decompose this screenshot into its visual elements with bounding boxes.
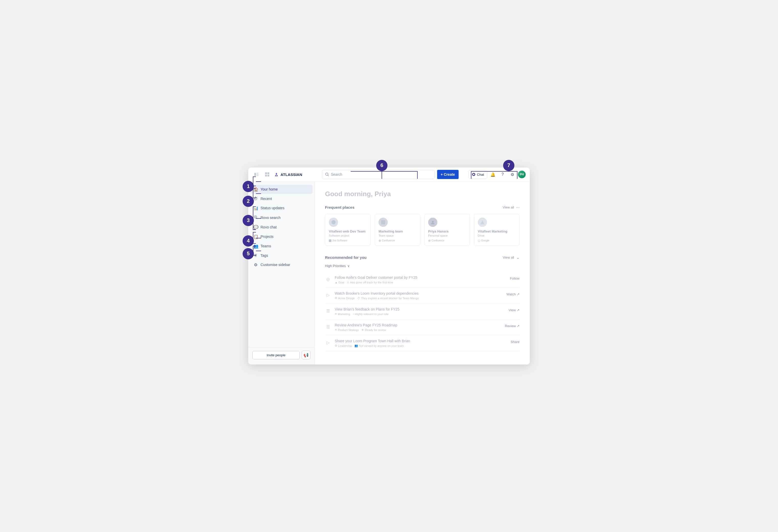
svg-rect-1 bbox=[256, 173, 258, 173]
badge-3: 3 bbox=[243, 215, 254, 226]
svg-rect-7 bbox=[267, 175, 269, 176]
grid-button[interactable] bbox=[263, 170, 271, 179]
frequent-view-all[interactable]: View all bbox=[502, 205, 514, 209]
sidebar-item-your-home[interactable]: 🏠 Your home bbox=[250, 185, 312, 194]
sidebar-item-label: Tags bbox=[260, 254, 268, 258]
rec-item-follow-goal: ◎ Follow Aoife's Goal Deliver customer p… bbox=[325, 272, 520, 288]
place-name: Vitafleet Marketing bbox=[478, 230, 516, 234]
help-button[interactable]: ? bbox=[498, 170, 507, 179]
meta-icon-2: ⚠ bbox=[347, 281, 349, 284]
app-window: ATLASSIAN Search + Create bbox=[248, 168, 530, 365]
sidebar-item-rovo-search[interactable]: Rovo search bbox=[250, 213, 312, 222]
main-content: Good morning, Priya Frequent places View… bbox=[315, 182, 530, 365]
recommended-actions: View all ⌄ bbox=[502, 255, 520, 260]
svg-rect-3 bbox=[256, 175, 258, 176]
rec-item-content: View Brian's feedback on Plans for FY25 … bbox=[335, 307, 505, 316]
recommended-title: Recommended for you bbox=[325, 255, 367, 260]
rec-item-meta: ⚙ Acme Design ⏱ They explain a recent bl… bbox=[335, 296, 503, 300]
megaphone-button[interactable]: 📢 bbox=[302, 351, 310, 359]
meta-tag-2: 👥 Not viewed by anyone on your team bbox=[355, 344, 404, 347]
meta-tag-1: ✕ Marketing bbox=[335, 312, 350, 316]
svg-rect-4 bbox=[265, 172, 267, 174]
place-tags: Confluence bbox=[428, 239, 466, 242]
priority-filter-chevron: ∨ bbox=[347, 264, 350, 268]
svg-line-9 bbox=[328, 175, 329, 176]
atlassian-logo[interactable]: ATLASSIAN bbox=[274, 172, 302, 177]
page-icon: ☰ bbox=[325, 324, 331, 330]
meta-tag-2: 👁 Ready for review bbox=[361, 329, 386, 332]
play-icon: ▷ bbox=[325, 292, 331, 298]
place-card-vitafleet-marketing[interactable]: Vitafleet Marketing Drive Google bbox=[474, 214, 520, 246]
place-type: Personal space bbox=[428, 234, 466, 237]
rec-item-title: Follow Aoife's Goal Deliver customer por… bbox=[335, 275, 506, 280]
rec-action-view[interactable]: View ↗ bbox=[509, 308, 520, 312]
meta-icon-2: ⏱ bbox=[357, 297, 360, 300]
sidebar-item-label: Projects bbox=[260, 235, 274, 239]
rec-item-view-feedback: ☰ View Brian's feedback on Plans for FY2… bbox=[325, 303, 520, 320]
sidebar-item-tags[interactable]: # Tags bbox=[250, 251, 312, 260]
frequent-places-actions: View all ··· bbox=[502, 205, 520, 210]
greeting-text: Good morning, Priya bbox=[325, 190, 520, 198]
svg-rect-0 bbox=[254, 173, 256, 176]
place-type: Team space bbox=[379, 234, 416, 237]
meta-icon-1: ✕ bbox=[335, 328, 337, 332]
svg-rect-5 bbox=[267, 172, 269, 174]
sidebar-item-teams[interactable]: 👥 Teams bbox=[250, 242, 312, 251]
rec-action-share[interactable]: Share bbox=[511, 340, 520, 344]
badge-4: 4 bbox=[243, 235, 254, 247]
rec-action-review[interactable]: Review ↗ bbox=[505, 324, 520, 328]
place-card-priya-hansra[interactable]: Priya Hansra Personal space Confluence bbox=[424, 214, 470, 246]
place-name: Marketing team bbox=[379, 230, 416, 234]
sidebar-item-label: Customise sidebar bbox=[260, 263, 290, 267]
settings-button[interactable]: ⚙ bbox=[508, 170, 517, 179]
meta-tag-2: ⏱ They explain a recent blocker for Team… bbox=[357, 297, 419, 300]
sidebar-item-label: Recent bbox=[260, 197, 272, 201]
badge-2: 2 bbox=[243, 196, 254, 207]
rec-item-title: Review Andrew's Page FY25 Roadmap bbox=[335, 323, 501, 327]
user-avatar[interactable]: PH bbox=[518, 171, 526, 178]
create-button[interactable]: + Create bbox=[437, 170, 459, 179]
sidebar-item-customise[interactable]: ⚙ Customise sidebar bbox=[250, 260, 312, 269]
rec-item-content: Share your Loom Program Town Hall with B… bbox=[335, 339, 507, 347]
invite-people-button[interactable]: Invite people bbox=[252, 351, 300, 359]
place-tags: Jira Software bbox=[329, 239, 367, 242]
rec-item-title: View Brian's feedback on Plans for FY25 bbox=[335, 307, 505, 311]
doc-icon: ☰ bbox=[325, 308, 331, 314]
sidebar-item-projects[interactable]: 📋 Projects bbox=[250, 232, 312, 241]
customise-icon: ⚙ bbox=[253, 262, 258, 267]
place-card-marketing-team[interactable]: Marketing team Team space Confluence bbox=[375, 214, 420, 246]
frequent-places-grid: Vitafleet web Dev Team Software project … bbox=[325, 214, 520, 246]
frequent-places-header: Frequent places View all ··· bbox=[325, 205, 520, 210]
recommended-view-all[interactable]: View all bbox=[502, 256, 514, 259]
outer-wrapper: 1 2 3 4 5 6 7 bbox=[248, 168, 530, 365]
place-card-vitafleet-web[interactable]: Vitafleet web Dev Team Software project … bbox=[325, 214, 371, 246]
sidebar-item-label: Status updates bbox=[260, 206, 284, 210]
place-tag: Confluence bbox=[379, 239, 395, 242]
priority-filter[interactable]: High Priorities ∨ bbox=[325, 264, 520, 268]
chat-label: Chat bbox=[477, 173, 484, 176]
meta-tag-2: ↑ Highly relevant to your role bbox=[353, 313, 388, 316]
frequent-places-title: Frequent places bbox=[325, 205, 355, 209]
frequent-more-icon[interactable]: ··· bbox=[516, 205, 520, 210]
rec-item-review-roadmap: ☰ Review Andrew's Page FY25 Roadmap ✕ Pr… bbox=[325, 320, 520, 335]
search-icon bbox=[325, 173, 329, 176]
rec-action-follow[interactable]: Follow bbox=[510, 276, 520, 280]
notifications-button[interactable]: 🔔 bbox=[489, 170, 497, 179]
recommended-more-icon[interactable]: ⌄ bbox=[516, 255, 520, 260]
sidebar-item-rovo-chat[interactable]: 💬 Rovo chat bbox=[250, 223, 312, 232]
rec-item-meta: ✕ Product Strategy 👁 Ready for review bbox=[335, 328, 501, 332]
svg-rect-16 bbox=[329, 240, 331, 242]
meta-icon-2: ↑ bbox=[353, 313, 354, 316]
sidebar-nav: 🏠 Your home ⏱ Recent 📊 Status updates bbox=[248, 184, 315, 348]
rec-item-meta: ▲ Goal ⚠ Has gone off track for the firs… bbox=[335, 281, 506, 284]
recommended-section: Recommended for you View all ⌄ High Prio… bbox=[325, 255, 520, 351]
sidebar: 🏠 Your home ⏱ Recent 📊 Status updates bbox=[248, 182, 315, 365]
navbar-left: ATLASSIAN bbox=[252, 170, 319, 179]
sidebar-item-recent[interactable]: ⏱ Recent bbox=[250, 194, 312, 203]
place-tag: Confluence bbox=[428, 239, 445, 242]
badge-5: 5 bbox=[243, 248, 254, 259]
sidebar-item-status-updates[interactable]: 📊 Status updates bbox=[250, 203, 312, 212]
meta-icon-2: 👁 bbox=[361, 329, 364, 332]
rec-action-watch[interactable]: Watch ↗ bbox=[507, 292, 520, 296]
navbar: ATLASSIAN Search + Create bbox=[248, 168, 530, 182]
